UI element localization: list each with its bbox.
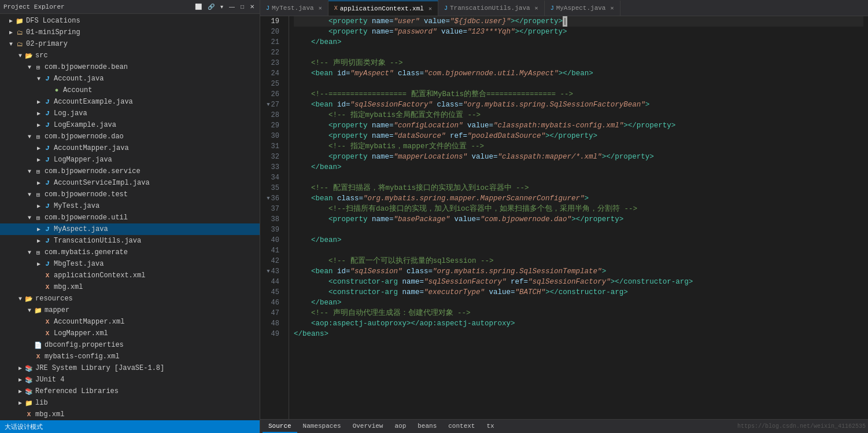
tree-item-service-pkg[interactable]: ▼ ⊞ com.bjpowernode.service <box>0 166 260 177</box>
tab-myaspect[interactable]: J MyAspect.java ✕ <box>545 1 620 16</box>
tree-item-mybatis-config[interactable]: X mybatis-config.xml <box>0 351 260 362</box>
tree-label: 01-miniSpring <box>26 28 80 36</box>
tree-arrow: ▼ <box>25 64 34 71</box>
explorer-tree[interactable]: ▶ 📁 DFS Locations ▶ 🗂 01-miniSpring ▼ 🗂 … <box>0 14 260 420</box>
tree-item-ref-libs[interactable]: ▶ 📚 Referenced Libraries <box>0 386 260 397</box>
xml-tab-icon: X <box>334 5 338 12</box>
tree-arrow: ▶ <box>16 365 24 372</box>
tree-item-transcation[interactable]: ▶ J TranscationUtils.java <box>0 235 260 247</box>
tree-item-lib[interactable]: ▶ 📁 lib <box>0 397 260 409</box>
tree-item-jre-lib[interactable]: ▶ 📚 JRE System Library [JavaSE-1.8] <box>0 362 260 374</box>
tree-item-mytest[interactable]: ▶ J MyTest.java <box>0 200 260 212</box>
tree-item-accountexample[interactable]: ▶ J AccountExample.java <box>0 96 260 108</box>
line-num-45: 45 <box>260 287 284 298</box>
tree-arrow: ▼ <box>35 76 43 82</box>
tree-label: Log.java <box>54 109 87 118</box>
line-num-40: 40 <box>260 235 284 245</box>
tree-item-resources[interactable]: ▼ 📂 resources <box>0 293 260 304</box>
close-button[interactable]: ✕ <box>248 3 256 10</box>
line-num-30: 30 <box>260 131 284 141</box>
explorer-header: Project Explorer ⬜ 🔗 ▾ — □ ✕ <box>0 0 260 14</box>
tree-item-mapper-folder[interactable]: ▼ 📁 mapper <box>0 304 260 316</box>
code-line-29: <property name="configLocation" value="c… <box>294 120 863 131</box>
mode-label: 大话设计模式 <box>5 423 43 431</box>
line-num-26: 26 <box>260 89 284 100</box>
tree-item-accountmapper-java[interactable]: ▶ J AccountMapper.java <box>0 142 260 154</box>
tree-item-test-pkg[interactable]: ▼ ⊞ com.bjpowernode.test <box>0 189 260 200</box>
tab-close-icon[interactable]: ✕ <box>429 5 432 12</box>
code-line-19: <property name="user" value="${jdbc.user… <box>294 16 863 27</box>
tree-item-dfs[interactable]: ▶ 📁 DFS Locations <box>0 15 260 27</box>
tree-item-dao-pkg[interactable]: ▼ ⊞ com.bjpowernode.dao <box>0 131 260 142</box>
tree-arrow: ▶ <box>35 98 43 105</box>
tree-item-myaspect[interactable]: ▶ J MyAspect.java <box>0 223 260 235</box>
code-line-49: </beans> <box>294 329 863 339</box>
tab-close-icon[interactable]: ✕ <box>319 5 322 12</box>
tree-label: DFS Locations <box>26 17 80 25</box>
tree-item-minispring[interactable]: ▶ 🗂 01-miniSpring <box>0 27 260 38</box>
bottom-tab-beans[interactable]: beans <box>412 420 442 433</box>
editor-content: 19 20 21 22 23 24 25 26 ▼27 28 29 30 31 … <box>260 16 868 419</box>
tree-item-accountserviceimpl[interactable]: ▶ J AccountServiceImpl.java <box>0 177 260 189</box>
line-num-35: 35 <box>260 183 284 193</box>
tree-arrow: ▶ <box>16 388 24 395</box>
project-icon: 🗂 <box>15 29 24 36</box>
tree-item-logmapper-java[interactable]: ▶ J LogMapper.java <box>0 154 260 166</box>
tab-label: applicationContext.xml <box>340 5 424 12</box>
tree-item-log[interactable]: ▶ J Log.java <box>0 108 260 119</box>
tree-arrow: ▼ <box>7 41 15 47</box>
tree-item-generate-pkg[interactable]: ▼ ⊞ com.mybatis.generate <box>0 247 260 258</box>
maximize-button[interactable]: □ <box>239 3 246 10</box>
tree-item-account-java[interactable]: ▼ J Account.java <box>0 73 260 85</box>
folder-icon: 📁 <box>24 399 34 407</box>
tree-item-logmapper-xml[interactable]: X LogMapper.xml <box>0 328 260 339</box>
explorer-title: Project Explorer <box>3 3 65 10</box>
bottom-tab-context[interactable]: context <box>442 420 481 433</box>
tree-item-dbconfig[interactable]: 📄 dbconfig.properties <box>0 339 260 351</box>
bottom-tab-namespaces[interactable]: Namespaces <box>297 420 347 433</box>
tree-item-mbgtest[interactable]: ▶ J MbgTest.java <box>0 258 260 270</box>
tree-item-mbg-xml2[interactable]: X mbg.xml <box>0 409 260 420</box>
line-num-43: ▼43 <box>260 266 284 277</box>
line-num-48: 48 <box>260 318 284 329</box>
line-num-49: 49 <box>260 329 284 339</box>
tree-item-junit[interactable]: ▶ 📚 JUnit 4 <box>0 374 260 386</box>
main-container: Project Explorer ⬜ 🔗 ▾ — □ ✕ ▶ 📁 DFS Loc… <box>0 0 868 433</box>
tab-mytest[interactable]: J MyTest.java ✕ <box>260 1 328 16</box>
line-num-21: 21 <box>260 37 284 47</box>
tab-close-icon[interactable]: ✕ <box>535 5 538 12</box>
tree-item-util-pkg[interactable]: ▼ ⊞ com.bjpowernode.util <box>0 212 260 223</box>
link-editor-button[interactable]: 🔗 <box>206 3 216 10</box>
tree-item-src[interactable]: ▼ 📂 src <box>0 50 260 61</box>
tab-appcontext[interactable]: X applicationContext.xml ✕ <box>328 1 438 16</box>
tree-label: src <box>35 52 48 60</box>
code-line-32: <property name="mapperLocations" value="… <box>294 152 863 162</box>
tab-close-icon[interactable]: ✕ <box>610 5 614 12</box>
code-editor[interactable]: <property name="user" value="${jdbc.user… <box>289 16 868 419</box>
tree-item-primary[interactable]: ▼ 🗂 02-primary <box>0 38 260 50</box>
bottom-tab-tx[interactable]: tx <box>481 420 500 433</box>
bottom-tab-overview[interactable]: Overview <box>347 420 389 433</box>
tree-item-appcontext-xml[interactable]: X applicationContext.xml <box>0 270 260 281</box>
minimize-button[interactable]: — <box>227 3 237 10</box>
tree-item-accountmapper-xml[interactable]: X AccountMapper.xml <box>0 316 260 328</box>
tree-item-logexample[interactable]: ▶ J LogExample.java <box>0 119 260 131</box>
code-line-23: <!-- 声明切面类对象 --> <box>294 58 863 68</box>
watermark: https://blog.csdn.net/weixin_41162535 <box>737 423 866 430</box>
tree-label: dbconfig.properties <box>45 341 124 349</box>
tree-item-mbg-xml[interactable]: X mbg.xml <box>0 281 260 293</box>
tree-item-account-class[interactable]: ● Account <box>0 85 260 96</box>
code-line-21: </bean> <box>294 37 863 47</box>
new-button[interactable]: ▾ <box>219 3 225 10</box>
bottom-tab-source[interactable]: Source <box>263 420 297 433</box>
tree-item-bean-pkg[interactable]: ▼ ⊞ com.bjpowernode.bean <box>0 61 260 73</box>
java-icon: J <box>43 226 52 233</box>
collapse-all-button[interactable]: ⬜ <box>193 3 204 10</box>
bottom-tab-aop[interactable]: aop <box>389 420 412 433</box>
tree-arrow: ▼ <box>25 215 34 221</box>
explorer-status: 大话设计模式 <box>0 420 260 433</box>
xml-icon: X <box>43 284 52 291</box>
line-num-44: 44 <box>260 277 284 287</box>
tree-label: JUnit 4 <box>35 376 64 384</box>
tab-transcation[interactable]: J TranscationUtils.java ✕ <box>438 1 545 16</box>
